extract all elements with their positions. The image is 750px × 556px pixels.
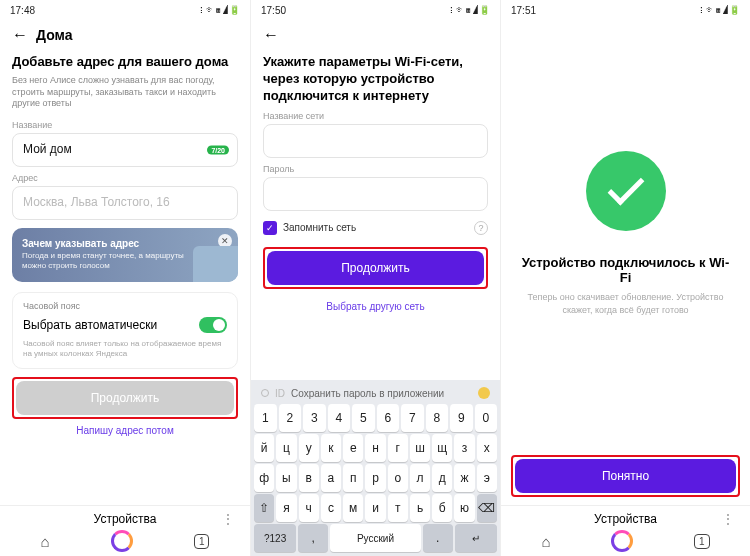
later-link[interactable]: Напишу адрес потом (12, 425, 238, 436)
page-title: Дома (36, 27, 72, 43)
key[interactable]: н (365, 434, 385, 462)
status-icons: ⋮ ᯤ ▦ ◢ 🔋 (449, 5, 490, 15)
key[interactable]: 3 (303, 404, 326, 432)
key[interactable]: 0 (475, 404, 498, 432)
close-icon[interactable]: ✕ (218, 234, 232, 248)
backspace-key[interactable]: ⌫ (477, 494, 497, 522)
nav-bar: ← (251, 20, 500, 50)
timezone-toggle[interactable] (199, 317, 227, 333)
clock: 17:50 (261, 5, 286, 16)
key[interactable]: в (299, 464, 319, 492)
continue-highlight: Продолжить (12, 377, 238, 419)
id-icon (261, 389, 269, 397)
key[interactable]: ш (410, 434, 430, 462)
key[interactable]: у (299, 434, 319, 462)
key[interactable]: ф (254, 464, 274, 492)
key[interactable]: ю (454, 494, 474, 522)
heading: Добавьте адрес для вашего дома (12, 54, 238, 71)
remember-row[interactable]: ✓ Запомнить сеть ? (263, 221, 488, 235)
kb-row-3: фывапролджэ (254, 464, 497, 492)
key[interactable]: щ (432, 434, 452, 462)
key[interactable]: б (432, 494, 452, 522)
key[interactable]: р (365, 464, 385, 492)
key[interactable]: 4 (328, 404, 351, 432)
ok-button[interactable]: Понятно (515, 459, 736, 493)
key[interactable]: 1 (254, 404, 277, 432)
key[interactable]: ы (276, 464, 296, 492)
status-bar: 17:51 ⋮ ᯤ ▦ ◢ 🔋 (501, 0, 750, 20)
heading: Укажите параметры Wi-Fi-сети, через кото… (263, 54, 488, 105)
promo-card[interactable]: ✕ Зачем указывать адрес Погода и время с… (12, 228, 238, 282)
home-icon[interactable]: ⌂ (41, 533, 50, 550)
key[interactable]: ц (276, 434, 296, 462)
key[interactable]: о (388, 464, 408, 492)
help-icon[interactable]: ? (474, 221, 488, 235)
back-icon[interactable]: ← (263, 26, 279, 44)
keyboard-suggestion[interactable]: ID Сохранить пароль в приложении (253, 384, 498, 402)
key[interactable]: 2 (279, 404, 302, 432)
key[interactable]: 5 (352, 404, 375, 432)
key[interactable]: ж (454, 464, 474, 492)
success-title: Устройство подключилось к Wi-Fi (517, 255, 734, 285)
char-counter: 7/20 (207, 145, 229, 154)
tab-count-icon[interactable]: 1 (694, 534, 710, 549)
key[interactable]: п (343, 464, 363, 492)
key[interactable]: 9 (450, 404, 473, 432)
key[interactable]: 8 (426, 404, 449, 432)
key[interactable]: я (276, 494, 296, 522)
network-input[interactable] (263, 124, 488, 158)
key[interactable]: ч (299, 494, 319, 522)
key[interactable]: г (388, 434, 408, 462)
address-input[interactable]: Москва, Льва Толстого, 16 (12, 186, 238, 220)
more-icon[interactable]: ⋮ (222, 512, 236, 526)
ok-highlight: Понятно (511, 455, 740, 497)
key[interactable]: е (343, 434, 363, 462)
period-key[interactable]: . (423, 524, 453, 552)
key[interactable]: д (432, 464, 452, 492)
key[interactable]: з (454, 434, 474, 462)
mode-key[interactable]: ?123 (254, 524, 296, 552)
status-icons: ⋮ ᯤ ▦ ◢ 🔋 (199, 5, 240, 15)
key[interactable]: и (365, 494, 385, 522)
key[interactable]: 6 (377, 404, 400, 432)
key[interactable]: й (254, 434, 274, 462)
password-input[interactable] (263, 177, 488, 211)
home-icon[interactable]: ⌂ (541, 533, 550, 550)
alice-icon[interactable] (111, 530, 133, 552)
kb-row-5: ?123 , Русский . ↵ (254, 524, 497, 552)
continue-button[interactable]: Продолжить (16, 381, 234, 415)
more-icon[interactable]: ⋮ (722, 512, 736, 526)
key[interactable]: ь (410, 494, 430, 522)
alice-icon[interactable] (611, 530, 633, 552)
globe-icon[interactable] (478, 387, 490, 399)
shift-key[interactable]: ⇧ (254, 494, 274, 522)
key[interactable]: л (410, 464, 430, 492)
key[interactable]: с (321, 494, 341, 522)
key[interactable]: м (343, 494, 363, 522)
back-icon[interactable]: ← (12, 26, 28, 44)
key[interactable]: т (388, 494, 408, 522)
name-input[interactable]: Мой дом 7/20 (12, 133, 238, 167)
promo-title: Зачем указывать адрес (22, 238, 198, 249)
clock: 17:48 (10, 5, 35, 16)
key[interactable]: к (321, 434, 341, 462)
key[interactable]: 7 (401, 404, 424, 432)
timezone-value: Выбрать автоматически (23, 318, 157, 332)
key[interactable]: а (321, 464, 341, 492)
key[interactable]: э (477, 464, 497, 492)
tab-count-icon[interactable]: 1 (194, 534, 210, 549)
key[interactable]: х (477, 434, 497, 462)
continue-button[interactable]: Продолжить (267, 251, 484, 285)
enter-key[interactable]: ↵ (455, 524, 497, 552)
kb-row-4: ⇧ячсмитьбю⌫ (254, 494, 497, 522)
name-label: Название (12, 120, 238, 130)
other-network-link[interactable]: Выбрать другую сеть (263, 301, 488, 312)
status-bar: 17:50 ⋮ ᯤ ▦ ◢ 🔋 (251, 0, 500, 20)
checkbox-icon[interactable]: ✓ (263, 221, 277, 235)
kb-row-2: йцукенгшщзх (254, 434, 497, 462)
keyboard: ID Сохранить пароль в приложении 1234567… (251, 380, 500, 556)
nav-bar: ← Дома (0, 20, 250, 50)
space-key[interactable]: Русский (330, 524, 420, 552)
timezone-section: Часовой пояс Выбрать автоматически Часов… (12, 292, 238, 369)
comma-key[interactable]: , (298, 524, 328, 552)
